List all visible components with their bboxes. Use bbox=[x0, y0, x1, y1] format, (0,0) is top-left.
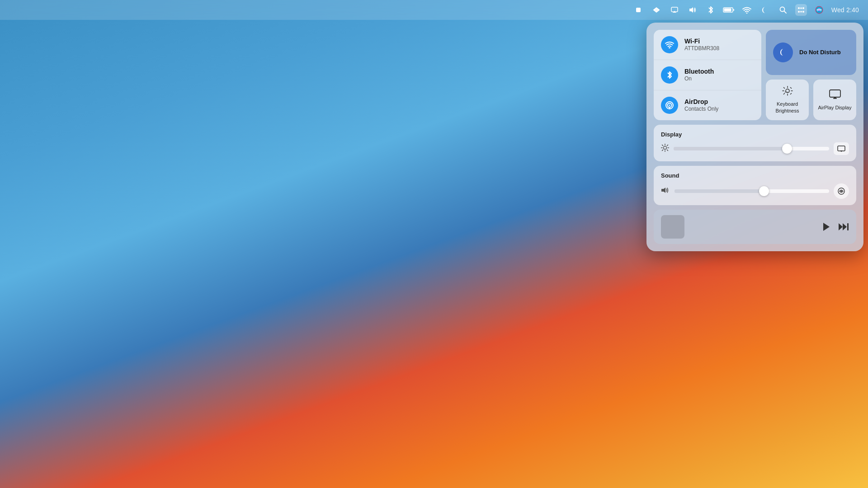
menu-bar-time: Wed 2:40 bbox=[831, 6, 859, 14]
skip-forward-button[interactable] bbox=[838, 222, 849, 232]
keyboard-brightness-tile[interactable]: Keyboard Brightness bbox=[766, 80, 809, 120]
svg-point-21 bbox=[669, 47, 670, 48]
do-not-disturb-text: Do Not Disturb bbox=[799, 49, 841, 56]
brightness-icon bbox=[661, 144, 669, 154]
display-slider-row bbox=[661, 142, 849, 155]
wifi-title: Wi-Fi bbox=[684, 37, 719, 45]
svg-rect-36 bbox=[787, 92, 788, 93]
bluetooth-title: Bluetooth bbox=[684, 67, 714, 75]
volume-slider[interactable] bbox=[675, 189, 829, 193]
airdrop-subtitle: Contacts Only bbox=[684, 106, 718, 113]
svg-rect-10 bbox=[724, 9, 731, 12]
svg-rect-0 bbox=[636, 8, 641, 12]
airdrop-tile-text: AirDrop Contacts Only bbox=[684, 98, 718, 113]
wifi-menu-icon[interactable] bbox=[741, 4, 753, 16]
svg-point-14 bbox=[798, 7, 800, 9]
svg-line-32 bbox=[783, 94, 784, 94]
volume-icon[interactable] bbox=[687, 4, 698, 16]
keyboard-brightness-label: Keyboard Brightness bbox=[769, 101, 805, 114]
airplay-display-label: AirPlay Display bbox=[818, 104, 852, 111]
svg-rect-37 bbox=[788, 92, 789, 93]
svg-line-46 bbox=[662, 145, 663, 146]
svg-rect-9 bbox=[733, 9, 734, 11]
now-playing-section bbox=[654, 210, 856, 244]
bluetooth-subtitle: On bbox=[684, 75, 714, 83]
sound-output-button[interactable] bbox=[834, 183, 849, 199]
svg-marker-7 bbox=[689, 7, 693, 13]
menu-bar-right: Wed 2:40 bbox=[632, 4, 859, 16]
wifi-tile-icon bbox=[661, 36, 678, 53]
svg-line-33 bbox=[790, 88, 791, 89]
battery-icon[interactable] bbox=[723, 4, 735, 16]
svg-marker-53 bbox=[661, 188, 665, 193]
svg-line-31 bbox=[790, 94, 791, 94]
spotlight-icon[interactable] bbox=[777, 4, 789, 16]
svg-point-41 bbox=[664, 146, 667, 150]
svg-marker-57 bbox=[839, 223, 843, 230]
do-not-disturb-tile[interactable]: Do Not Disturb bbox=[766, 30, 856, 75]
album-art bbox=[661, 215, 684, 239]
now-playing-controls bbox=[690, 222, 849, 232]
right-tiles: Do Not Disturb bbox=[766, 30, 856, 120]
bluetooth-tile-icon bbox=[661, 66, 678, 84]
volume-slider-icon bbox=[661, 187, 670, 196]
airplay-icon[interactable] bbox=[669, 4, 680, 16]
airplay-display-icon bbox=[829, 89, 841, 102]
brightness-slider[interactable] bbox=[674, 147, 829, 150]
right-tiles-bottom: Keyboard Brightness AirPlay Display bbox=[766, 80, 856, 120]
svg-marker-56 bbox=[823, 223, 830, 231]
svg-point-17 bbox=[802, 11, 804, 13]
svg-point-24 bbox=[669, 105, 670, 106]
left-tiles: Wi-Fi ATTDBMR308 Bluetooth On bbox=[654, 30, 761, 120]
svg-line-30 bbox=[783, 88, 784, 89]
sound-section-title: Sound bbox=[661, 172, 849, 179]
do-not-disturb-title: Do Not Disturb bbox=[799, 49, 841, 56]
display-section-title: Display bbox=[661, 131, 849, 138]
display-section: Display bbox=[654, 125, 856, 161]
control-center-panel: Wi-Fi ATTDBMR308 Bluetooth On bbox=[646, 23, 863, 251]
play-button[interactable] bbox=[822, 222, 831, 232]
sound-section: Sound bbox=[654, 166, 856, 205]
svg-rect-50 bbox=[838, 146, 845, 151]
svg-line-13 bbox=[784, 11, 786, 14]
wifi-tile[interactable]: Wi-Fi ATTDBMR308 bbox=[654, 30, 761, 60]
svg-line-49 bbox=[667, 145, 668, 146]
tiles-row: Wi-Fi ATTDBMR308 Bluetooth On bbox=[654, 30, 856, 120]
svg-point-11 bbox=[746, 13, 747, 14]
keyboard-brightness-icon bbox=[782, 86, 793, 98]
stop-icon[interactable] bbox=[632, 4, 644, 16]
bluetooth-tile-text: Bluetooth On bbox=[684, 67, 714, 83]
control-center-icon[interactable] bbox=[795, 4, 807, 16]
svg-rect-38 bbox=[830, 90, 840, 97]
svg-rect-35 bbox=[785, 92, 786, 93]
sound-slider-row bbox=[661, 183, 849, 199]
bluetooth-tile[interactable]: Bluetooth On bbox=[654, 60, 761, 90]
airdrop-tile-icon bbox=[661, 97, 678, 114]
svg-marker-58 bbox=[843, 223, 847, 230]
svg-point-16 bbox=[798, 11, 800, 13]
svg-point-55 bbox=[841, 191, 842, 192]
airplay-display-tile[interactable]: AirPlay Display bbox=[813, 80, 856, 120]
svg-point-15 bbox=[802, 7, 804, 9]
airdrop-title: AirDrop bbox=[684, 98, 718, 106]
do-not-disturb-icon bbox=[773, 42, 793, 62]
svg-line-48 bbox=[662, 150, 663, 151]
airdrop-tile[interactable]: AirDrop Contacts Only bbox=[654, 90, 761, 120]
menu-bar: Wed 2:40 bbox=[0, 0, 868, 20]
svg-rect-59 bbox=[847, 223, 849, 230]
bluetooth-menu-icon[interactable] bbox=[705, 4, 717, 16]
display-settings-button[interactable] bbox=[834, 142, 849, 155]
donotdisturb-menu-icon[interactable] bbox=[759, 4, 771, 16]
wifi-tile-text: Wi-Fi ATTDBMR308 bbox=[684, 37, 719, 52]
svg-line-47 bbox=[667, 150, 668, 151]
dropbox-icon[interactable] bbox=[651, 4, 662, 16]
wifi-subtitle: ATTDBMR308 bbox=[684, 45, 719, 52]
siri-icon[interactable] bbox=[813, 4, 825, 16]
